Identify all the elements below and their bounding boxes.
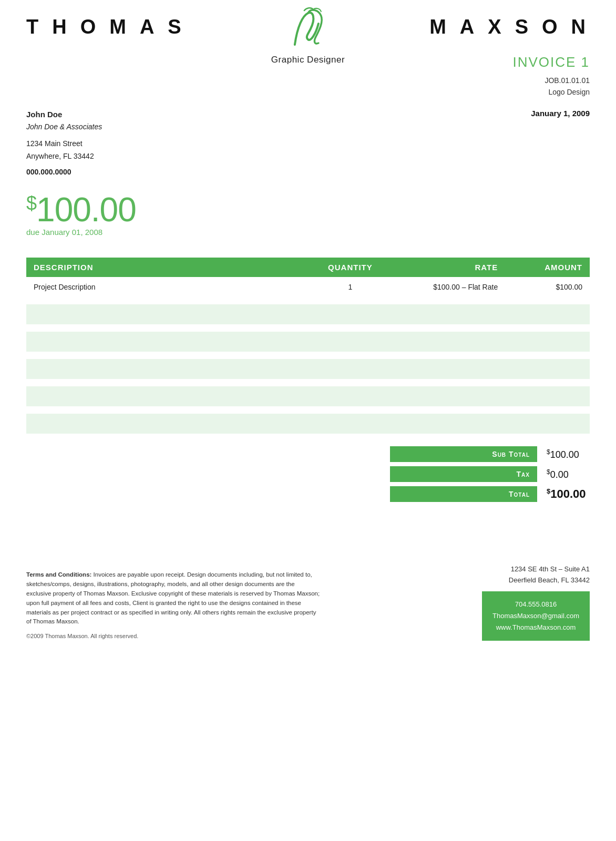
header-name-right: M A X S O N <box>429 16 590 38</box>
name-letter-m: M <box>109 16 130 38</box>
total-label: Total <box>390 486 537 502</box>
empty-row-4 <box>26 386 590 406</box>
col-quantity: Quantity <box>308 258 393 277</box>
amount-big: $100.00 <box>26 193 590 227</box>
client-name: John Doe <box>26 108 102 121</box>
col-description: Description <box>26 258 308 277</box>
footer-address2: Deerfield Beach, FL 33442 <box>509 576 590 584</box>
page-header: T H O M A S Graphic Designer M A X S O N <box>0 0 616 44</box>
name-letter-o2: O <box>542 16 562 38</box>
name-letter-t: T <box>26 16 43 38</box>
footer-email: ThomasMaxson@gmail.com <box>492 610 579 622</box>
header-name-left: T H O M A S <box>26 16 186 38</box>
col-amount: Amount <box>505 258 590 277</box>
footer-phone: 704.555.0816 <box>492 599 579 610</box>
terms-text: Terms and Conditions: Invoices are payab… <box>26 570 321 627</box>
table-header-row: Description Quantity Rate Amount <box>26 258 590 277</box>
table-row: Project Description 1 $100.00 – Flat Rat… <box>26 277 590 297</box>
empty-row-3 <box>26 359 590 379</box>
client-section: John Doe John Doe & Associates 1234 Main… <box>0 98 616 179</box>
client-address1: 1234 Main Street <box>26 139 83 148</box>
table-body: Project Description 1 $100.00 – Flat Rat… <box>26 277 590 434</box>
tax-label: Tax <box>390 466 537 482</box>
name-letter-h: H <box>52 16 70 38</box>
name-letter-s: S <box>168 16 185 38</box>
tax-row: Tax $0.00 <box>390 466 590 482</box>
footer-copyright: ©2009 Thomas Maxson. All rights reserved… <box>26 632 321 641</box>
row-separator-3 <box>26 352 590 359</box>
name-letter-s2: S <box>515 16 532 38</box>
total-amount: 100.00 <box>550 487 586 500</box>
invoice-table: Description Quantity Rate Amount Project… <box>26 258 590 434</box>
amount-due-section: $100.00 due January 01, 2008 <box>0 178 616 242</box>
job-description: Logo Design <box>548 88 590 96</box>
footer-address1: 1234 SE 4th St – Suite A1 <box>511 565 590 573</box>
header-logo: Graphic Designer <box>271 5 345 65</box>
client-info: John Doe John Doe & Associates 1234 Main… <box>26 108 102 179</box>
row-separator-4 <box>26 379 590 386</box>
table-header: Description Quantity Rate Amount <box>26 258 590 277</box>
row-separator-1 <box>26 297 590 304</box>
empty-row-1 <box>26 304 590 324</box>
client-company: John Doe & Associates <box>26 121 102 134</box>
total-row: Total $100.00 <box>390 486 590 502</box>
empty-row-2 <box>26 332 590 352</box>
subtotal-label: Sub Total <box>390 446 537 462</box>
name-letter-o: O <box>80 16 100 38</box>
name-letter-x: X <box>488 16 505 38</box>
footer-left: Terms and Conditions: Invoices are payab… <box>26 570 321 641</box>
invoice-date: January 1, 2009 <box>531 108 590 118</box>
empty-row-5 <box>26 414 590 434</box>
totals-section: Sub Total $100.00 Tax $0.00 Total $100.0… <box>0 434 616 506</box>
total-value: $100.00 <box>537 487 590 501</box>
footer-right: 1234 SE 4th St – Suite A1 Deerfield Beac… <box>482 564 590 641</box>
client-address2: Anywhere, FL 33442 <box>26 152 94 160</box>
dollar-sign: $ <box>26 192 36 214</box>
amount-value: 100.00 <box>36 191 136 229</box>
subtotal-amount: 100.00 <box>550 449 579 460</box>
row-rate: $100.00 – Flat Rate <box>393 277 505 297</box>
due-date: due January 01, 2008 <box>26 228 590 237</box>
logo-icon <box>284 5 332 53</box>
tax-amount: 0.00 <box>550 469 569 480</box>
row-separator-2 <box>26 324 590 332</box>
client-phone: 000.000.0000 <box>26 166 102 179</box>
col-rate: Rate <box>393 258 505 277</box>
tax-dollar: $ <box>547 468 550 476</box>
row-separator-5 <box>26 406 590 414</box>
name-letter-n: N <box>571 16 590 38</box>
footer-address: 1234 SE 4th St – Suite A1 Deerfield Beac… <box>482 564 590 586</box>
footer-website: www.ThomasMaxson.com <box>492 622 579 633</box>
row-quantity: 1 <box>308 277 393 297</box>
terms-title: Terms and Conditions: <box>26 571 91 578</box>
name-letter-m2: M <box>429 16 450 38</box>
tax-value: $0.00 <box>537 468 590 480</box>
subtotal-dollar: $ <box>547 448 550 456</box>
totals-table: Sub Total $100.00 Tax $0.00 Total $100.0… <box>390 446 590 506</box>
row-description: Project Description <box>26 277 308 297</box>
invoice-job: JOB.01.01.01 Logo Design <box>26 75 590 98</box>
row-amount: $100.00 <box>505 277 590 297</box>
name-letter-a2: A <box>460 16 478 38</box>
subtotal-row: Sub Total $100.00 <box>390 446 590 462</box>
job-number: JOB.01.01.01 <box>545 76 590 85</box>
footer-contact-box: 704.555.0816 ThomasMaxson@gmail.com www.… <box>482 591 590 641</box>
table-section: Description Quantity Rate Amount Project… <box>0 242 616 434</box>
subtotal-value: $100.00 <box>537 448 590 460</box>
footer: Terms and Conditions: Invoices are payab… <box>0 548 616 651</box>
name-letter-a: A <box>140 16 158 38</box>
terms-body: Invoices are payable upon receipt. Desig… <box>26 571 320 624</box>
tagline-text: Graphic Designer <box>271 55 345 65</box>
